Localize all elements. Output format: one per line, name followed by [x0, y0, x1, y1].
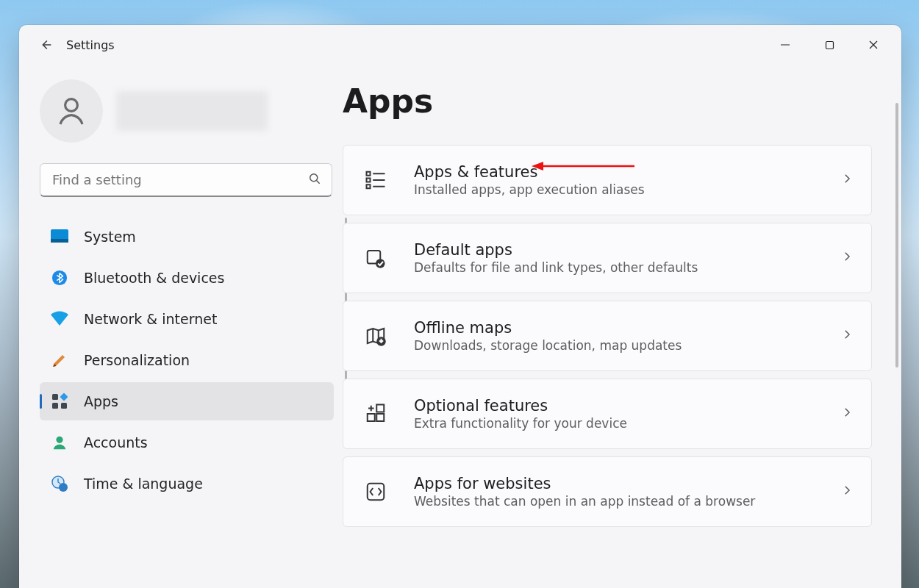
settings-cards: Apps & features Installed apps, app exec…: [343, 145, 872, 527]
card-text: Apps for websites Websites that can open…: [414, 475, 832, 509]
sidebar-item-accounts[interactable]: Accounts: [40, 423, 334, 462]
svg-rect-28: [376, 405, 384, 412]
chevron-right-icon: [840, 484, 854, 500]
card-text: Default apps Defaults for file and link …: [414, 241, 832, 275]
svg-rect-8: [52, 394, 58, 400]
user-profile[interactable]: [40, 79, 329, 143]
card-offline-maps[interactable]: Offline maps Downloads, storage location…: [343, 301, 872, 371]
page-title: Apps: [343, 82, 872, 120]
map-icon: [364, 325, 387, 347]
content-area: System Bluetooth & devices Network & int…: [19, 65, 901, 588]
card-text: Optional features Extra functionality fo…: [414, 397, 832, 431]
optional-features-icon: [364, 403, 387, 425]
svg-point-2: [65, 99, 78, 112]
sidebar-item-label: System: [84, 229, 136, 245]
svg-point-3: [310, 174, 318, 182]
svg-rect-6: [51, 239, 68, 243]
close-button[interactable]: [851, 30, 895, 60]
sidebar-item-bluetooth[interactable]: Bluetooth & devices: [40, 259, 334, 297]
card-subtitle: Extra functionality for your device: [414, 416, 832, 431]
sidebar-item-system[interactable]: System: [40, 218, 334, 256]
card-default-apps[interactable]: Default apps Defaults for file and link …: [343, 223, 872, 293]
svg-point-12: [56, 437, 62, 443]
card-text: Apps & features Installed apps, app exec…: [414, 163, 832, 197]
svg-rect-15: [367, 172, 371, 176]
svg-line-4: [317, 181, 320, 184]
sidebar-nav: System Bluetooth & devices Network & int…: [40, 218, 334, 503]
sidebar-item-apps[interactable]: Apps: [40, 382, 334, 420]
sidebar-item-label: Network & internet: [84, 311, 217, 327]
card-title: Default apps: [414, 241, 832, 259]
person-icon: [54, 93, 89, 129]
svg-rect-10: [52, 403, 58, 409]
sidebar-item-label: Time & language: [84, 476, 203, 492]
titlebar: Settings: [19, 25, 901, 65]
card-subtitle: Defaults for file and link types, other …: [414, 260, 832, 275]
minimize-icon: [780, 40, 790, 50]
svg-rect-16: [367, 179, 371, 182]
wifi-icon: [50, 309, 69, 329]
chevron-right-icon: [840, 328, 854, 344]
card-title: Apps for websites: [414, 475, 832, 492]
back-arrow-icon: [37, 37, 54, 53]
card-title: Apps & features: [414, 163, 832, 181]
system-icon: [50, 227, 69, 246]
card-apps-features[interactable]: Apps & features Installed apps, app exec…: [343, 145, 872, 215]
chevron-right-icon: [840, 250, 854, 266]
card-optional-features[interactable]: Optional features Extra functionality fo…: [343, 379, 872, 449]
sidebar-item-personalization[interactable]: Personalization: [40, 341, 334, 379]
card-subtitle: Downloads, storage location, map updates: [414, 338, 832, 353]
sidebar-item-network[interactable]: Network & internet: [40, 300, 334, 338]
sidebar-item-label: Accounts: [84, 434, 148, 451]
svg-point-14: [59, 483, 68, 492]
card-subtitle: Websites that can open in an app instead…: [414, 494, 832, 509]
card-text: Offline maps Downloads, storage location…: [414, 319, 832, 353]
app-website-icon: [364, 481, 387, 503]
close-icon: [868, 40, 879, 50]
search-icon: [307, 171, 322, 189]
svg-rect-27: [376, 414, 384, 421]
svg-rect-17: [367, 184, 371, 188]
svg-rect-26: [368, 414, 375, 421]
chevron-right-icon: [840, 172, 854, 188]
svg-rect-11: [61, 403, 67, 409]
main-panel: Apps Apps & features Installed apps, app…: [343, 65, 901, 588]
svg-rect-1: [826, 41, 833, 49]
sidebar-item-label: Apps: [84, 393, 118, 409]
user-name-redacted: [116, 91, 268, 131]
bluetooth-icon: [50, 268, 69, 287]
card-title: Optional features: [414, 397, 832, 415]
search-input[interactable]: [40, 163, 332, 197]
clock-globe-icon: [50, 474, 69, 493]
card-subtitle: Installed apps, app execution aliases: [414, 182, 832, 197]
default-apps-icon: [364, 247, 387, 269]
card-apps-for-websites[interactable]: Apps for websites Websites that can open…: [343, 456, 872, 527]
chevron-right-icon: [840, 406, 854, 422]
main-scrollbar[interactable]: [895, 103, 898, 368]
minimize-button[interactable]: [763, 30, 807, 60]
maximize-icon: [825, 40, 834, 50]
avatar: [40, 79, 103, 143]
search-field-wrap: [40, 163, 332, 197]
accounts-icon: [50, 433, 69, 452]
window-title: Settings: [66, 38, 115, 52]
back-button[interactable]: [29, 30, 62, 60]
maximize-button[interactable]: [807, 30, 851, 60]
paintbrush-icon: [50, 351, 69, 370]
settings-window: Settings: [19, 25, 901, 588]
apps-grid-icon: [364, 169, 387, 191]
card-title: Offline maps: [414, 319, 832, 337]
sidebar-item-label: Personalization: [84, 352, 190, 368]
sidebar-item-time-language[interactable]: Time & language: [40, 465, 334, 503]
sidebar-item-label: Bluetooth & devices: [84, 270, 224, 286]
svg-rect-9: [60, 392, 68, 401]
svg-point-24: [376, 259, 385, 268]
apps-icon: [50, 392, 69, 411]
sidebar: System Bluetooth & devices Network & int…: [19, 65, 343, 588]
